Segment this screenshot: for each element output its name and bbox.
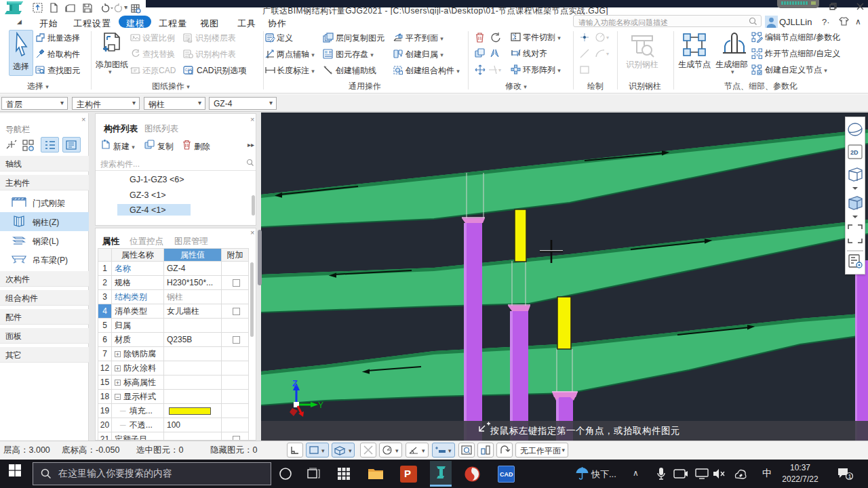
- svg-text:1: 1: [848, 473, 852, 480]
- svg-text:按鼠标左键指定第一个角点，或拾取构件图元: 按鼠标左键指定第一个角点，或拾取构件图元: [490, 426, 680, 436]
- svg-text:▾: ▾: [448, 447, 452, 454]
- svg-text:▾: ▾: [422, 447, 425, 454]
- svg-text:Y: Y: [318, 401, 323, 410]
- svg-text:▾: ▾: [498, 67, 501, 73]
- svg-text:▾: ▾: [395, 447, 399, 454]
- svg-text:▾: ▾: [606, 35, 609, 41]
- svg-text:▾: ▾: [349, 447, 352, 454]
- svg-text:▾: ▾: [321, 447, 325, 454]
- svg-text:2D: 2D: [850, 149, 859, 156]
- svg-text:Z: Z: [292, 378, 298, 388]
- svg-text:▾: ▾: [606, 51, 609, 57]
